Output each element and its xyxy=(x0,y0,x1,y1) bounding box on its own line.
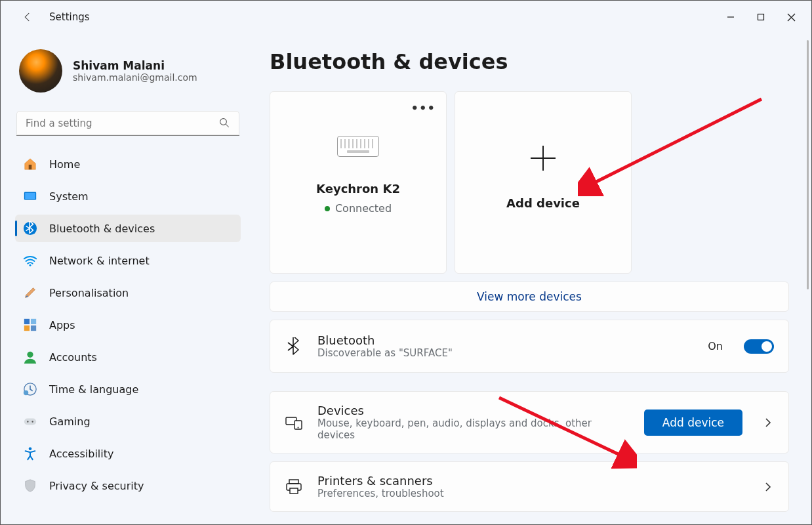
more-icon[interactable]: ••• xyxy=(411,101,436,115)
row-title: Bluetooth xyxy=(317,333,693,347)
row-subtitle: Preferences, troubleshoot xyxy=(317,488,748,499)
svg-rect-13 xyxy=(24,326,30,331)
row-title: Printers & scanners xyxy=(317,474,748,488)
nav-bluetooth[interactable]: Bluetooth & devices xyxy=(15,215,241,242)
nav-label: Home xyxy=(49,158,80,171)
svg-point-19 xyxy=(27,421,28,422)
svg-rect-14 xyxy=(31,326,36,331)
app-title: Settings xyxy=(49,11,90,23)
page-title: Bluetooth & devices xyxy=(270,49,789,74)
search-input[interactable] xyxy=(16,111,239,136)
plus-icon xyxy=(528,143,558,180)
device-status-text: Connected xyxy=(335,202,392,215)
svg-rect-1 xyxy=(758,14,764,20)
printers-row[interactable]: Printers & scanners Preferences, trouble… xyxy=(270,461,789,512)
nav-label: System xyxy=(49,190,89,203)
svg-rect-6 xyxy=(29,165,32,169)
add-device-label: Add device xyxy=(506,196,580,210)
add-device-card[interactable]: Add device xyxy=(455,91,632,274)
minimize-button[interactable] xyxy=(716,5,746,30)
nav-personalisation[interactable]: Personalisation xyxy=(15,279,241,306)
row-subtitle: Mouse, keyboard, pen, audio, displays an… xyxy=(317,417,630,441)
profile-name: Shivam Malani xyxy=(73,59,197,72)
home-icon xyxy=(23,157,37,171)
nav-gaming[interactable]: Gaming xyxy=(15,408,241,435)
profile-email: shivam.malani@gmail.com xyxy=(73,72,197,83)
nav-network[interactable]: Network & internet xyxy=(15,247,241,274)
maximize-button[interactable] xyxy=(746,5,776,30)
nav-list: Home System Bluetooth & devices Network … xyxy=(15,150,241,504)
svg-point-17 xyxy=(24,390,28,395)
accessibility-icon xyxy=(23,446,37,461)
device-status: Connected xyxy=(325,202,392,215)
svg-rect-8 xyxy=(25,193,35,199)
bluetooth-icon xyxy=(23,221,37,236)
nav-apps[interactable]: Apps xyxy=(15,311,241,339)
svg-point-26 xyxy=(298,427,299,428)
svg-rect-12 xyxy=(31,319,36,324)
toggle-state-label: On xyxy=(708,340,723,352)
nav-privacy[interactable]: Privacy & security xyxy=(15,472,241,499)
chevron-right-icon xyxy=(762,482,774,492)
device-name: Keychron K2 xyxy=(316,182,400,196)
svg-rect-29 xyxy=(290,488,298,494)
nav-label: Apps xyxy=(49,319,75,331)
svg-rect-27 xyxy=(289,480,298,484)
profile-block[interactable]: Shivam Malani shivam.malani@gmail.com xyxy=(15,49,241,93)
bluetooth-glyph-icon xyxy=(285,337,303,356)
bluetooth-row[interactable]: Bluetooth Discoverable as "SURFACE" On xyxy=(270,320,789,373)
title-bar: Settings xyxy=(1,1,811,33)
avatar xyxy=(19,49,62,93)
nav-label: Network & internet xyxy=(49,255,150,267)
nav-label: Gaming xyxy=(49,415,91,428)
svg-rect-18 xyxy=(24,418,36,425)
device-card[interactable]: ••• Keychron K2 Connected xyxy=(270,91,447,274)
row-title: Devices xyxy=(317,404,630,417)
svg-point-20 xyxy=(31,421,33,422)
printer-icon xyxy=(285,479,303,495)
system-icon xyxy=(23,189,37,203)
status-dot-icon xyxy=(325,206,330,211)
brush-icon xyxy=(23,285,37,300)
nav-label: Privacy & security xyxy=(49,480,144,492)
shield-icon xyxy=(23,478,37,493)
nav-home[interactable]: Home xyxy=(15,150,241,178)
nav-time[interactable]: Time & language xyxy=(15,375,241,403)
scrollbar[interactable] xyxy=(807,40,809,289)
nav-label: Accessibility xyxy=(49,448,113,460)
nav-label: Accounts xyxy=(49,351,97,364)
svg-point-15 xyxy=(27,352,33,358)
main-content: Bluetooth & devices ••• Keychron K2 Conn… xyxy=(250,33,811,524)
nav-label: Time & language xyxy=(49,383,138,396)
nav-label: Bluetooth & devices xyxy=(49,222,155,235)
nav-system[interactable]: System xyxy=(15,182,241,210)
chevron-right-icon xyxy=(762,417,774,428)
svg-point-21 xyxy=(29,447,32,450)
devices-icon xyxy=(285,415,303,430)
nav-label: Personalisation xyxy=(49,287,129,299)
back-button[interactable] xyxy=(15,5,40,30)
add-device-button[interactable]: Add device xyxy=(644,410,742,436)
sidebar: Shivam Malani shivam.malani@gmail.com Ho… xyxy=(1,33,250,524)
svg-point-10 xyxy=(30,264,31,266)
person-icon xyxy=(23,350,37,364)
wifi-icon xyxy=(23,253,37,268)
nav-accessibility[interactable]: Accessibility xyxy=(15,440,241,467)
devices-row[interactable]: Devices Mouse, keyboard, pen, audio, dis… xyxy=(270,391,789,453)
view-more-label: View more devices xyxy=(477,290,582,303)
view-more-devices-link[interactable]: View more devices xyxy=(270,282,789,312)
apps-icon xyxy=(23,318,37,332)
nav-accounts[interactable]: Accounts xyxy=(15,343,241,371)
window-controls xyxy=(716,5,806,30)
keyboard-icon xyxy=(337,136,379,157)
close-button[interactable] xyxy=(776,5,806,30)
row-subtitle: Discoverable as "SURFACE" xyxy=(317,347,693,359)
svg-rect-11 xyxy=(24,319,30,324)
bluetooth-toggle[interactable] xyxy=(744,339,774,354)
clock-icon xyxy=(23,382,37,396)
gamepad-icon xyxy=(23,414,37,429)
